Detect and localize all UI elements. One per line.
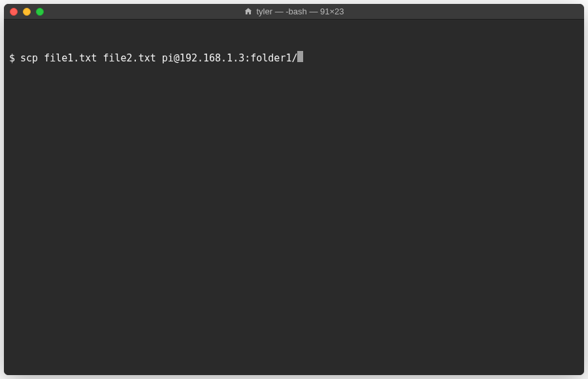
home-icon [244,7,252,16]
close-button[interactable] [10,8,18,16]
minimize-button[interactable] [23,8,31,16]
command-text: scp file1.txt file2.txt pi@192.168.1.3:f… [20,52,297,65]
titlebar[interactable]: tyler — -bash — 91×23 [4,4,584,20]
maximize-button[interactable] [36,8,44,16]
command-line[interactable]: $scp file1.txt file2.txt pi@192.168.1.3:… [9,50,579,65]
title-text: tyler — -bash — 91×23 [256,7,344,16]
cursor [297,51,303,62]
window-title: tyler — -bash — 91×23 [244,7,344,16]
traffic-lights [10,8,44,16]
terminal-window: tyler — -bash — 91×23 $scp file1.txt fil… [4,4,584,375]
terminal-body[interactable]: $scp file1.txt file2.txt pi@192.168.1.3:… [4,20,584,375]
prompt-symbol: $ [9,52,15,65]
